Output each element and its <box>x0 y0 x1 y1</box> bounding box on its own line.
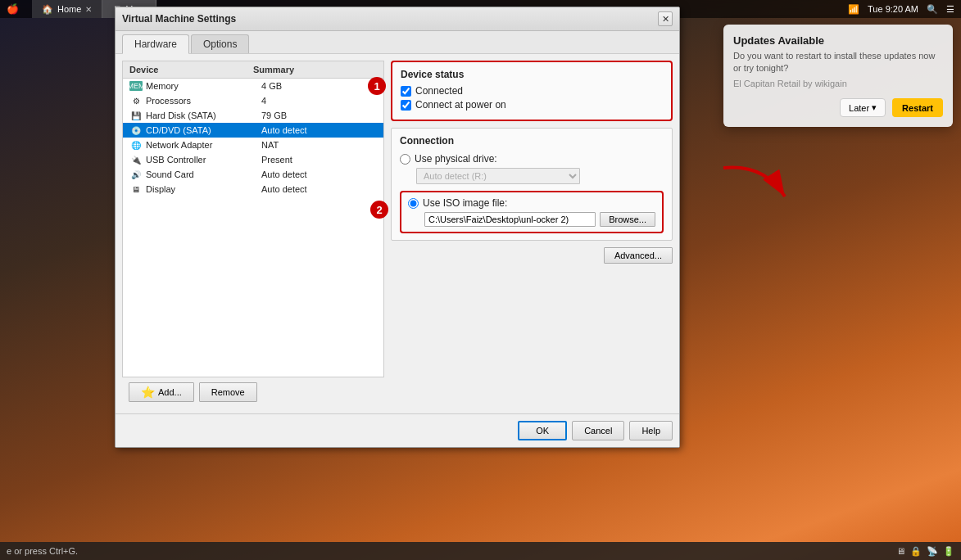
device-panel: Device Summary MEM Memory 4 GB ⚙ Process… <box>122 61 384 377</box>
dialog-titlebar: Virtual Machine Settings ✕ <box>116 7 679 31</box>
wifi-icon: 📶 <box>848 4 859 15</box>
physical-drive-row: Use physical drive: <box>400 153 664 165</box>
network-icon: 🌐 <box>129 140 143 150</box>
apple-icon[interactable]: 🍎 <box>7 3 19 15</box>
iso-section: 2 Use ISO image file: Browse... <box>400 191 664 233</box>
device-status-box: Device status Connected Connect at power… <box>391 61 673 121</box>
annotation-1: 1 <box>368 77 386 95</box>
iso-path-row: Browse... <box>424 212 655 227</box>
device-item-processors[interactable]: ⚙ Processors 4 <box>123 93 383 108</box>
restart-button[interactable]: Restart <box>892 98 943 117</box>
tray-icon-4: 🔋 <box>943 546 954 557</box>
connect-power-label: Connect at power on <box>415 99 506 111</box>
home-icon: 🏠 <box>42 4 53 15</box>
browse-button[interactable]: Browse... <box>600 212 655 227</box>
connect-power-checkbox[interactable] <box>401 100 411 111</box>
device-item-cddvd[interactable]: 💿 CD/DVD (SATA) Auto detect <box>123 123 383 138</box>
cddvd-icon: 💿 <box>129 125 143 135</box>
search-icon[interactable]: 🔍 <box>927 4 938 15</box>
device-item-memory[interactable]: MEM Memory 4 GB <box>123 79 383 93</box>
left-panel: Device Summary MEM Memory 4 GB ⚙ Process… <box>122 61 384 407</box>
auto-detect-select[interactable]: Auto detect (R:) <box>416 168 580 184</box>
connected-checkbox[interactable] <box>401 86 411 97</box>
device-actions: ⭐ Add... Remove <box>122 377 384 407</box>
help-button[interactable]: Help <box>629 421 673 440</box>
iso-label: Use ISO image file: <box>423 197 507 209</box>
statusbar-text: e or press Ctrl+G. <box>7 546 78 556</box>
dialog-body: Device Summary MEM Memory 4 GB ⚙ Process… <box>116 54 679 413</box>
connect-power-row: Connect at power on <box>401 99 663 111</box>
dialog-title: Virtual Machine Settings <box>122 13 236 25</box>
tab-options[interactable]: Options <box>191 34 249 53</box>
advanced-row: Advanced... <box>391 247 673 264</box>
update-panel: Updates Available Do you want to restart… <box>723 25 953 127</box>
vm-dialog: Virtual Machine Settings ✕ Hardware Opti… <box>115 7 680 448</box>
ok-button[interactable]: OK <box>518 421 567 440</box>
update-buttons: Later ▾ Restart <box>733 98 943 117</box>
connected-label: Connected <box>415 85 463 97</box>
iso-radio-row: Use ISO image file: <box>408 197 655 209</box>
device-item-sound[interactable]: 🔊 Sound Card Auto detect <box>123 167 383 182</box>
clock: Tue 9:20 AM <box>868 4 918 14</box>
tray-icon-3: 📡 <box>927 546 938 557</box>
update-title: Updates Available <box>733 34 943 47</box>
red-arrow-annotation <box>711 160 801 225</box>
sound-icon: 🔊 <box>129 169 143 179</box>
dialog-close-button[interactable]: ✕ <box>658 11 673 26</box>
dialog-footer: OK Cancel Help <box>116 413 679 447</box>
device-item-harddisk[interactable]: 💾 Hard Disk (SATA) 79 GB <box>123 108 383 123</box>
menubar-right: 📶 Tue 9:20 AM 🔍 ☰ <box>848 4 954 15</box>
system-tray: 🖥 🔒 📡 🔋 <box>896 546 954 557</box>
settings-panel: 1 Device status Connected Connect at pow… <box>391 61 673 407</box>
harddisk-icon: 💾 <box>129 111 143 120</box>
display-icon: 🖥 <box>129 184 143 194</box>
device-status-title: Device status <box>401 69 663 80</box>
tray-icon-2: 🔒 <box>910 546 922 557</box>
physical-drive-label: Use physical drive: <box>415 153 497 165</box>
connection-title: Connection <box>400 135 664 147</box>
cancel-button[interactable]: Cancel <box>572 421 624 440</box>
device-item-network[interactable]: 🌐 Network Adapter NAT <box>123 138 383 152</box>
auto-detect-dropdown-row: Auto detect (R:) <box>416 168 664 184</box>
connected-row: Connected <box>401 85 663 97</box>
device-list-spacer <box>123 196 383 377</box>
tab-hardware[interactable]: Hardware <box>122 34 189 54</box>
add-button[interactable]: ⭐ Add... <box>129 382 194 402</box>
remove-button[interactable]: Remove <box>199 382 257 402</box>
add-icon: ⭐ <box>141 386 155 399</box>
update-source: El Capitan Retail by wikigain <box>733 78 943 90</box>
col-summary-label: Summary <box>253 65 377 75</box>
advanced-button[interactable]: Advanced... <box>604 247 673 264</box>
device-item-usb[interactable]: 🔌 USB Controller Present <box>123 152 383 167</box>
physical-drive-radio[interactable] <box>400 154 410 165</box>
tab-home-close[interactable]: ✕ <box>85 5 92 14</box>
device-list-header: Device Summary <box>123 61 383 79</box>
iso-path-input[interactable] <box>424 212 596 227</box>
col-device-label: Device <box>129 65 253 75</box>
later-button[interactable]: Later ▾ <box>840 98 886 117</box>
connection-box: Connection Use physical drive: Auto dete… <box>391 128 673 241</box>
update-text: Do you want to restart to install these … <box>733 50 943 90</box>
menu-icon[interactable]: ☰ <box>946 4 954 15</box>
memory-icon: MEM <box>129 81 143 91</box>
processor-icon: ⚙ <box>129 96 143 106</box>
tab-home[interactable]: 🏠 Home ✕ <box>32 0 102 18</box>
device-item-display[interactable]: 🖥 Display Auto detect <box>123 182 383 196</box>
dialog-tabs: Hardware Options <box>116 31 679 54</box>
usb-icon: 🔌 <box>129 155 143 165</box>
annotation-2: 2 <box>370 201 388 219</box>
chevron-down-icon: ▾ <box>872 102 877 113</box>
tray-icon-1: 🖥 <box>896 546 905 556</box>
iso-radio[interactable] <box>408 198 419 209</box>
desktop: 🍎 🏠 Home ✕ 🖥 Ma... 📶 Tue 9:20 AM 🔍 ☰ <box>0 0 961 560</box>
statusbar: e or press Ctrl+G. 🖥 🔒 📡 🔋 <box>0 542 961 560</box>
